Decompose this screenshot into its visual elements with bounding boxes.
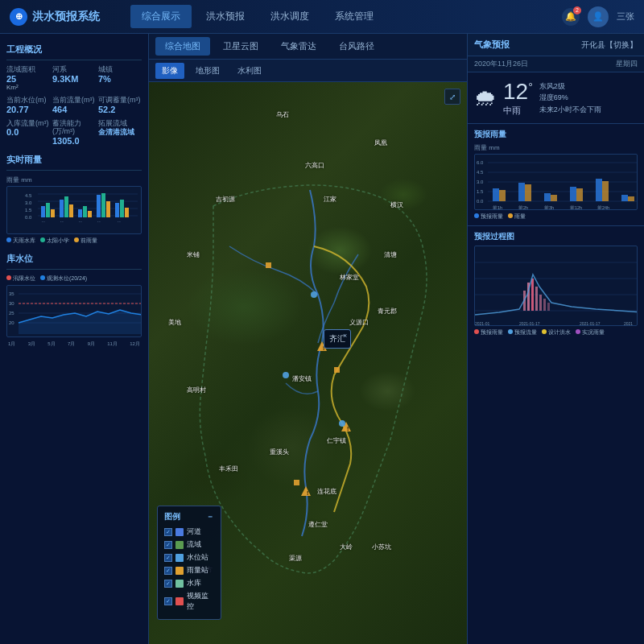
- weather-daytype: 星期四: [616, 59, 638, 69]
- process-label: 预报过程图: [474, 231, 638, 242]
- svg-text:4.5: 4.5: [25, 193, 32, 198]
- place-label-11: 遵仁堂: [308, 520, 328, 529]
- legend-actual-rain: 实况雨量: [576, 328, 605, 336]
- weather-temp: 12°: [503, 79, 533, 105]
- legend-color-basin: [175, 541, 184, 549]
- user-name: 三张: [617, 10, 634, 23]
- map-tab-typhoon[interactable]: 台风路径: [329, 37, 384, 56]
- svg-point-44: [311, 291, 317, 298]
- section-rain-title: 实时雨量: [6, 151, 142, 171]
- map-popup[interactable]: 齐汇: [324, 329, 351, 349]
- legend-check-video[interactable]: ✓: [164, 597, 172, 605]
- svg-rect-12: [64, 196, 68, 217]
- map-tab-comprehensive[interactable]: 综合地图: [155, 37, 210, 56]
- weather-title: 气象预报: [474, 39, 510, 51]
- map-tab-radar[interactable]: 气象雷达: [271, 37, 326, 56]
- svg-point-45: [283, 372, 289, 378]
- rain-chart-legend: 天雨水库 太阳小学 前雨量: [6, 237, 142, 245]
- place-label-bian: 江家: [324, 195, 336, 204]
- weather-date-row: 2020年11月26日 星期四: [468, 56, 644, 72]
- place-label-0: 六高口: [305, 161, 324, 170]
- rain-unit-label: 雨量 mm: [6, 175, 142, 184]
- stat-river: 河系 9.3KM: [52, 65, 96, 91]
- svg-rect-84: [535, 287, 538, 311]
- map-subtabs: 影像 地形图 水利图: [149, 60, 467, 82]
- weather-date: 2020年11月26日: [474, 59, 528, 69]
- map-legend: 图例 － ✓ 河道 ✓ 流域 ✓: [157, 506, 221, 620]
- place-label-6: 义源口: [349, 318, 369, 327]
- svg-text:!: !: [307, 490, 308, 496]
- svg-text:6.0: 6.0: [477, 160, 484, 165]
- map-expand-button[interactable]: ⤢: [444, 89, 460, 105]
- legend-flood-limit: 汛限水位: [6, 275, 35, 283]
- svg-text:前1h: 前1h: [41, 221, 52, 222]
- map-subtab-water[interactable]: 水利图: [231, 63, 268, 79]
- legend-color-waterstation: [175, 554, 184, 562]
- weather-temp-area: 12° 中雨: [503, 79, 533, 117]
- logo-icon: ⊕: [10, 8, 27, 26]
- svg-marker-42: [301, 486, 311, 496]
- nav-tabs: 综合展示 洪水预报 洪水调度 系统管理: [130, 5, 546, 28]
- map-area[interactable]: ! ! ! 六高口 凤凰 横汉: [149, 82, 467, 644]
- map-subtab-image[interactable]: 影像: [155, 63, 184, 79]
- weather-location[interactable]: 开化县【切换】: [581, 39, 638, 51]
- map-subtab-terrain[interactable]: 地形图: [189, 63, 226, 79]
- place-label-4: 青元郡: [378, 307, 397, 316]
- place-label-9: 重溪头: [270, 448, 289, 456]
- center-panel: 综合地图 卫星云图 气象雷达 台风路径 影像 地形图 水利图: [149, 34, 467, 644]
- process-chart: 2021-01 2021-01-17 2021-01-17 2021: [474, 246, 638, 326]
- svg-text:前1h: 前1h: [493, 205, 502, 209]
- level-chart-svg: 35 30 25 20: [7, 286, 141, 336]
- svg-rect-86: [543, 299, 546, 311]
- legend-check-reservoir[interactable]: ✓: [164, 580, 172, 588]
- svg-rect-69: [576, 188, 583, 201]
- nav-tab-3[interactable]: 系统管理: [324, 5, 385, 28]
- nav-tab-2[interactable]: 洪水调度: [259, 5, 320, 28]
- place-label-17: 美地: [168, 318, 181, 327]
- svg-rect-63: [570, 187, 576, 201]
- notification-icon[interactable]: 🔔 2: [562, 8, 580, 26]
- stat-flow: 当前流量(m³) 464: [52, 96, 96, 114]
- svg-text:2021-01: 2021-01: [475, 321, 490, 325]
- svg-text:前2h: 前2h: [518, 205, 528, 209]
- svg-rect-15: [83, 206, 87, 217]
- user-avatar[interactable]: 👤: [588, 6, 609, 27]
- stat-capacity: 可调蓄量(m³) 52.2: [98, 96, 142, 114]
- logo-area: ⊕ 洪水预报系统: [10, 8, 114, 26]
- legend-collapse-icon[interactable]: －: [206, 511, 214, 522]
- rain-chart: 4.5 3.0 1.5 0.0: [6, 186, 142, 234]
- weather-header: 气象预报 开化县【切换】: [468, 34, 644, 56]
- place-label-2: 横汉: [390, 200, 403, 209]
- legend-check-waterstation[interactable]: ✓: [164, 554, 172, 562]
- svg-rect-18: [101, 193, 105, 217]
- map-tab-satellite[interactable]: 卫星云图: [213, 37, 268, 56]
- stats-row-1: 流域面积 25 Km² 河系 9.3KM 城镇 7%: [6, 65, 142, 91]
- svg-rect-19: [106, 201, 110, 217]
- rain-forecast-label: 预报雨量: [474, 129, 638, 140]
- svg-text:前24h: 前24h: [117, 221, 130, 222]
- svg-text:!: !: [347, 426, 349, 431]
- forecast-rain-section: 预报雨量 雨量 mm 6.0 4.5 3.0 1.5 0.0: [468, 124, 644, 226]
- nav-tab-1[interactable]: 洪水预报: [195, 5, 256, 28]
- svg-text:前3h: 前3h: [78, 221, 89, 222]
- svg-text:3.0: 3.0: [477, 180, 484, 184]
- svg-rect-13: [69, 204, 73, 217]
- legend-check-basin[interactable]: ✓: [164, 541, 172, 549]
- legend-check-rainstation[interactable]: ✓: [164, 567, 172, 575]
- svg-rect-11: [60, 200, 64, 217]
- legend-tianyu: 天雨水库: [6, 237, 35, 245]
- nav-tab-0[interactable]: 综合展示: [130, 5, 192, 28]
- svg-rect-21: [120, 200, 124, 217]
- svg-rect-70: [602, 181, 609, 201]
- rain-chart-container: 雨量 mm 4.5 3.0 1.5 0.0: [6, 175, 142, 245]
- legend-item-rainstation: ✓ 雨量站: [164, 565, 214, 576]
- svg-text:30: 30: [9, 301, 14, 306]
- place-label-15: 吉初源: [216, 195, 235, 204]
- legend-check-river[interactable]: ✓: [164, 528, 172, 536]
- place-label-16: 米铺: [187, 250, 200, 259]
- place-label-3: 清塘: [384, 250, 397, 259]
- svg-text:1.5: 1.5: [25, 208, 32, 213]
- svg-rect-16: [88, 211, 92, 217]
- weather-main: 🌧 12° 中雨 东风2级 湿度69% 未来2小时不会下雨: [468, 72, 644, 124]
- svg-rect-85: [539, 295, 542, 311]
